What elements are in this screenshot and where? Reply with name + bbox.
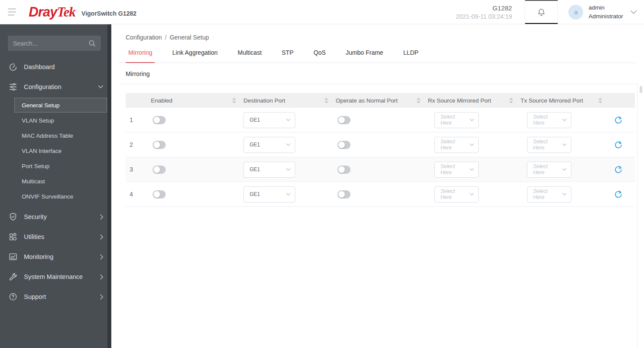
sidebar-subitem-vlan-setup[interactable]: VLAN Setup bbox=[14, 113, 107, 128]
destination-port-select[interactable]: GE1 bbox=[244, 162, 295, 178]
chevron-right-icon bbox=[100, 214, 103, 220]
chevron-right-icon bbox=[100, 254, 103, 260]
sidebar-subitem-onvif-surveillance[interactable]: ONVIF Surveillance bbox=[14, 189, 107, 204]
sidebar-item-label: System Maintenance bbox=[24, 273, 83, 280]
sidebar-subitem-port-setup[interactable]: Port Setup bbox=[14, 159, 107, 173]
select-placeholder: Select Here bbox=[533, 114, 560, 126]
enabled-toggle[interactable] bbox=[153, 116, 166, 124]
page: DrayTek VigorSwitch G1282 G1282 2021-09-… bbox=[0, 0, 644, 348]
refresh-icon bbox=[614, 116, 622, 124]
hamburger-menu-button[interactable] bbox=[7, 7, 17, 17]
sort-icon[interactable] bbox=[231, 97, 237, 104]
select-placeholder: Select Here bbox=[440, 114, 467, 126]
sidebar-item-label: Utilities bbox=[24, 233, 44, 240]
operate-normal-toggle[interactable] bbox=[337, 116, 350, 124]
tab-link-aggregation[interactable]: Link Aggregation bbox=[170, 49, 220, 63]
sidebar-subitem-label: Port Setup bbox=[22, 163, 50, 169]
question-circle-icon bbox=[8, 292, 18, 302]
sidebar-item-support[interactable]: Support bbox=[0, 287, 111, 307]
select-placeholder: Select Here bbox=[440, 188, 467, 200]
tab-multicast[interactable]: Multicast bbox=[235, 49, 264, 63]
table-row: 1 GE1 Select Here Select Here bbox=[126, 108, 635, 133]
user-names: admin Administrator bbox=[588, 3, 623, 20]
main-content: Configuration/General Setup Mirroring Li… bbox=[111, 24, 644, 348]
sidebar-subitem-multicast[interactable]: Multicast bbox=[14, 174, 107, 189]
column-label: Destination Port bbox=[244, 97, 285, 104]
apps-grid-icon bbox=[8, 232, 18, 242]
sidebar-item-utilities[interactable]: Utilities bbox=[0, 227, 111, 247]
tx-source-select[interactable]: Select Here bbox=[527, 137, 571, 153]
sidebar-subitem-mac-address-table[interactable]: MAC Address Table bbox=[14, 128, 107, 143]
search-input[interactable] bbox=[13, 40, 88, 47]
operate-normal-toggle[interactable] bbox=[337, 166, 350, 174]
header-cell-destination-port: Destination Port bbox=[240, 97, 333, 104]
sidebar-item-security[interactable]: Security bbox=[0, 207, 111, 227]
tx-source-select[interactable]: Select Here bbox=[527, 112, 571, 128]
refresh-button[interactable] bbox=[613, 115, 623, 125]
operate-normal-toggle[interactable] bbox=[337, 190, 350, 199]
sidebar-subitem-label: MAC Address Table bbox=[22, 133, 73, 139]
enabled-toggle[interactable] bbox=[153, 190, 166, 199]
chevron-down-icon bbox=[286, 119, 290, 121]
sort-icon[interactable] bbox=[508, 97, 514, 104]
sort-icon[interactable] bbox=[416, 97, 421, 104]
tx-source-select[interactable]: Select Here bbox=[527, 162, 571, 178]
destination-port-select[interactable]: GE1 bbox=[244, 186, 295, 202]
table-row: 2 GE1 Select Here Select Here bbox=[126, 133, 635, 157]
notifications-button[interactable] bbox=[525, 0, 558, 24]
refresh-button[interactable] bbox=[613, 189, 623, 199]
rx-source-select[interactable]: Select Here bbox=[434, 162, 479, 178]
chevron-down-icon bbox=[470, 168, 474, 171]
tx-source-select[interactable]: Select Here bbox=[527, 186, 571, 202]
tab-mirroring[interactable]: Mirroring bbox=[126, 49, 155, 63]
logo-text-dray: Dray bbox=[29, 4, 57, 20]
destination-port-select[interactable]: GE1 bbox=[244, 112, 295, 128]
sidebar-item-system-maintenance[interactable]: System Maintenance bbox=[0, 267, 111, 287]
sidebar: Dashboard Configuration General Setup bbox=[0, 24, 111, 348]
mirroring-table: Enabled Destination Port Operate as Norm… bbox=[126, 93, 635, 207]
sidebar-item-dashboard[interactable]: Dashboard bbox=[0, 57, 111, 77]
enabled-toggle[interactable] bbox=[153, 141, 166, 149]
configuration-submenu: General Setup VLAN Setup MAC Address Tab… bbox=[0, 97, 111, 207]
header-cell-operate-as-normal-port: Operate as Normal Port bbox=[333, 97, 425, 104]
sidebar-item-label: Dashboard bbox=[24, 63, 55, 70]
tab-lldp[interactable]: LLDP bbox=[400, 49, 421, 63]
sidebar-scrollbar[interactable] bbox=[107, 24, 111, 348]
chevron-down-icon bbox=[562, 193, 567, 196]
chevron-down-icon bbox=[98, 85, 103, 89]
rx-source-select[interactable]: Select Here bbox=[434, 137, 479, 153]
sort-icon[interactable] bbox=[597, 97, 603, 104]
user-role: Administrator bbox=[588, 12, 623, 21]
refresh-button[interactable] bbox=[613, 164, 623, 175]
tab-qos[interactable]: QoS bbox=[311, 49, 328, 63]
rx-source-select[interactable]: Select Here bbox=[434, 112, 479, 128]
destination-port-select[interactable]: GE1 bbox=[244, 137, 295, 153]
breadcrumb-current[interactable]: General Setup bbox=[170, 34, 209, 41]
row-number: 1 bbox=[126, 116, 148, 123]
tab-jumbo-frame[interactable]: Jumbo Frame bbox=[343, 49, 386, 63]
refresh-button[interactable] bbox=[613, 139, 623, 150]
chevron-down-icon bbox=[562, 119, 567, 121]
tab-stp[interactable]: STP bbox=[279, 49, 296, 63]
sidebar-subitem-label: ONVIF Surveillance bbox=[22, 193, 73, 200]
column-label: Tx Source Mirrored Port bbox=[521, 97, 583, 104]
vertical-scrollbar[interactable] bbox=[640, 86, 642, 93]
content-scrollbar-track bbox=[637, 83, 637, 348]
sidebar-subitem-vlan-interface[interactable]: VLAN Interface bbox=[14, 143, 107, 158]
breadcrumb-parent[interactable]: Configuration bbox=[126, 34, 162, 41]
header-cell-rx-source-mirrored-port: Rx Source Mirrored Port bbox=[425, 97, 517, 104]
sort-icon[interactable] bbox=[324, 97, 329, 104]
breadcrumb-separator: / bbox=[165, 34, 167, 41]
select-placeholder: Select Here bbox=[533, 163, 560, 176]
rx-source-select[interactable]: Select Here bbox=[434, 186, 479, 202]
user-menu[interactable]: a admin Administrator bbox=[558, 3, 644, 20]
enabled-toggle[interactable] bbox=[153, 166, 166, 174]
sidebar-item-configuration[interactable]: Configuration bbox=[0, 77, 111, 97]
select-placeholder: Select Here bbox=[533, 188, 560, 200]
product-title: VigorSwitch G1282 bbox=[81, 10, 137, 17]
sidebar-subitem-general-setup[interactable]: General Setup bbox=[14, 98, 107, 113]
tab-bar: Mirroring Link Aggregation Multicast STP… bbox=[119, 49, 636, 63]
sidebar-item-monitoring[interactable]: Monitoring bbox=[0, 247, 111, 267]
sidebar-item-label: Monitoring bbox=[24, 253, 53, 260]
operate-normal-toggle[interactable] bbox=[337, 141, 350, 149]
